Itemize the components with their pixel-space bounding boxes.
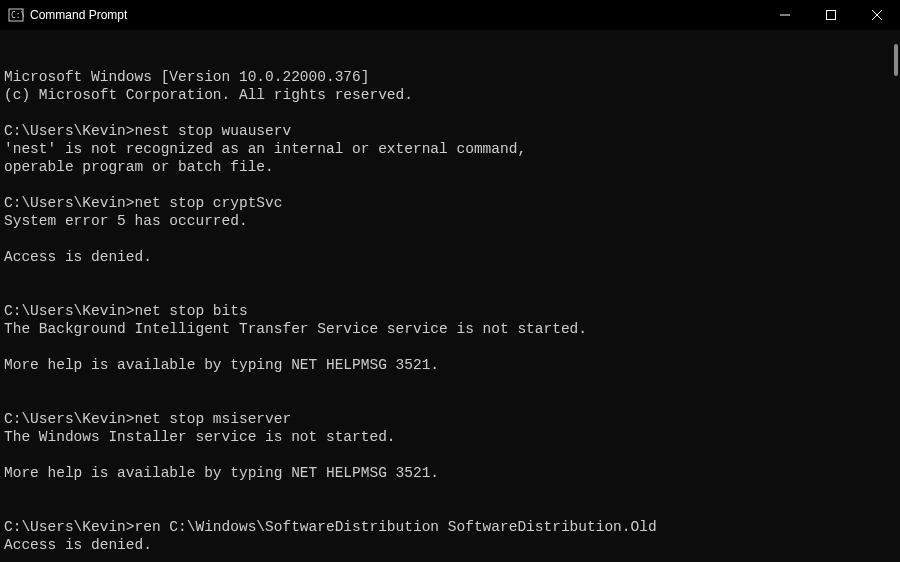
window-title: Command Prompt: [30, 8, 762, 22]
close-button[interactable]: [854, 0, 900, 30]
terminal-line: Microsoft Windows [Version 10.0.22000.37…: [4, 68, 900, 86]
terminal-line: C:\Users\Kevin>net stop bits: [4, 302, 900, 320]
terminal-line: operable program or batch file.: [4, 158, 900, 176]
terminal-line: [4, 500, 900, 518]
titlebar: C:\ Command Prompt: [0, 0, 900, 30]
terminal-line: [4, 104, 900, 122]
terminal-line: C:\Users\Kevin>net stop msiserver: [4, 410, 900, 428]
terminal-line: More help is available by typing NET HEL…: [4, 464, 900, 482]
terminal-line: (c) Microsoft Corporation. All rights re…: [4, 86, 900, 104]
terminal-line: C:\Users\Kevin>ren C:\Windows\SoftwareDi…: [4, 518, 900, 536]
terminal-line: System error 5 has occurred.: [4, 212, 900, 230]
terminal-line: [4, 338, 900, 356]
terminal-line: [4, 554, 900, 562]
maximize-button[interactable]: [808, 0, 854, 30]
terminal-line: [4, 392, 900, 410]
terminal-line: More help is available by typing NET HEL…: [4, 356, 900, 374]
minimize-button[interactable]: [762, 0, 808, 30]
terminal-line: [4, 266, 900, 284]
terminal-line: C:\Users\Kevin>net stop cryptSvc: [4, 194, 900, 212]
terminal-line: Access is denied.: [4, 248, 900, 266]
terminal-line: Access is denied.: [4, 536, 900, 554]
scrollbar-thumb[interactable]: [894, 44, 898, 76]
svg-text:C:\: C:\: [11, 11, 24, 20]
terminal-line: [4, 284, 900, 302]
terminal-line: 'nest' is not recognized as an internal …: [4, 140, 900, 158]
window-controls: [762, 0, 900, 30]
terminal-line: The Background Intelligent Transfer Serv…: [4, 320, 900, 338]
terminal-line: [4, 176, 900, 194]
terminal-output[interactable]: Microsoft Windows [Version 10.0.22000.37…: [0, 30, 900, 562]
terminal-line: [4, 482, 900, 500]
terminal-line: [4, 230, 900, 248]
cmd-icon: C:\: [8, 7, 24, 23]
svg-rect-3: [827, 11, 836, 20]
terminal-line: The Windows Installer service is not sta…: [4, 428, 900, 446]
terminal-line: C:\Users\Kevin>nest stop wuauserv: [4, 122, 900, 140]
terminal-line: [4, 374, 900, 392]
scrollbar[interactable]: [889, 32, 898, 558]
terminal-line: [4, 446, 900, 464]
